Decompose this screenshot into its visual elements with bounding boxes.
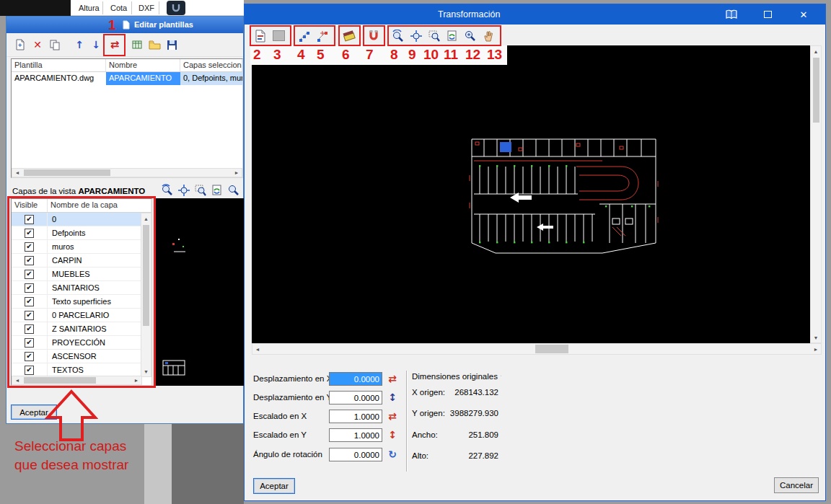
annotation-number-13: 13: [487, 47, 502, 63]
annotation-number-7: 7: [366, 47, 374, 63]
redraw-button[interactable]: [444, 27, 461, 45]
tab-altura[interactable]: Altura: [74, 0, 105, 16]
move-down-button[interactable]: ↓: [88, 37, 104, 53]
field-label: Desplazamiento en X: [253, 374, 332, 383]
group-divider: [406, 371, 408, 472]
dialog-title: Editar plantillas: [134, 20, 193, 29]
book-icon[interactable]: [724, 6, 739, 22]
preview-mini-drawing: [162, 358, 187, 377]
annotation-number-3: 3: [273, 47, 281, 63]
scroll-up-icon[interactable]: ▲: [811, 46, 821, 56]
transform-points-alt-button[interactable]: [314, 27, 331, 45]
transform-points-button[interactable]: [296, 27, 313, 45]
annotation-box-swap-button: [103, 34, 126, 56]
preview-marks: [171, 236, 193, 257]
annotation-number-2: 2: [253, 47, 261, 63]
accept-button[interactable]: Aceptar: [253, 478, 295, 494]
rotation-icon[interactable]: ↻: [386, 448, 399, 461]
scroll-left-icon[interactable]: ◄: [12, 169, 22, 177]
zoom-rotate-button[interactable]: [159, 182, 175, 198]
offset-x-input[interactable]: [329, 372, 382, 386]
rotation-angle-input[interactable]: [329, 448, 382, 461]
column-capas[interactable]: Capas seleccionad: [180, 59, 242, 71]
scroll-down-icon[interactable]: ▼: [811, 332, 821, 342]
close-button[interactable]: ✕: [796, 6, 812, 22]
templates-list-header: Plantilla Nombre Capas seleccionad: [12, 59, 242, 72]
field-label: Escalado en X: [253, 412, 307, 420]
scale-y-icon[interactable]: ↕: [386, 428, 399, 441]
scroll-thumb[interactable]: [813, 58, 819, 123]
move-up-button[interactable]: ↑: [71, 37, 87, 53]
zoom-extents-button[interactable]: [408, 27, 425, 45]
export-table-button[interactable]: [129, 37, 145, 53]
preview-zoom-toolbar: [159, 182, 242, 198]
offset-y-icon[interactable]: ↕: [386, 391, 399, 404]
offset-x-icon[interactable]: ⇄: [386, 372, 399, 385]
annotation-number-6: 6: [342, 47, 350, 63]
copy-template-button[interactable]: [47, 37, 63, 53]
dimension-value: 3988279.930: [418, 409, 498, 417]
scroll-right-icon[interactable]: ►: [811, 344, 821, 354]
template-row[interactable]: APARCAMIENTO.dwg APARCAMIENTO 0, Defpoin…: [12, 72, 242, 85]
delete-template-button[interactable]: ✕: [30, 37, 45, 53]
annotation-number-5: 5: [317, 47, 325, 63]
column-plantilla[interactable]: Plantilla: [12, 59, 106, 71]
tab-dxf[interactable]: DXF: [133, 0, 159, 16]
scroll-right-icon[interactable]: ►: [232, 169, 242, 177]
scale-x-icon[interactable]: ⇄: [386, 410, 399, 423]
zoom-window-button[interactable]: [193, 182, 208, 198]
eraser-button[interactable]: [340, 27, 358, 45]
background-panel-dark: [172, 422, 244, 504]
annotation-number-11: 11: [444, 47, 458, 63]
transformation-titlebar[interactable]: Transformación ✕: [245, 4, 825, 25]
magnet-tool-icon[interactable]: [167, 1, 185, 15]
redraw-button[interactable]: [209, 182, 225, 198]
maximize-button[interactable]: [760, 6, 775, 22]
layers-view-name: APARCAMIENTO: [78, 187, 145, 195]
scroll-thumb[interactable]: [24, 169, 110, 176]
maximize-icon: [764, 11, 772, 18]
canvas-hscrollbar[interactable]: ◄ ►: [252, 343, 822, 355]
cancel-button[interactable]: Cancelar: [774, 477, 819, 493]
new-template-button[interactable]: +: [12, 37, 28, 53]
pan-button[interactable]: [480, 27, 497, 45]
tab-separator: [159, 1, 159, 14]
template-layers: 0, Defpoints, muros: [180, 72, 242, 85]
transformation-dialog: Transformación ✕: [244, 4, 826, 501]
zoom-in-button[interactable]: [462, 27, 479, 45]
annotation-number-4: 4: [297, 47, 305, 63]
annotation-box-layers-table: [7, 196, 156, 388]
app-dark-corner: [0, 0, 71, 16]
column-nombre[interactable]: Nombre: [106, 59, 180, 71]
open-file-button[interactable]: [146, 37, 162, 53]
background-panel: [144, 422, 172, 504]
annotation-number-12: 12: [465, 47, 480, 63]
zoom-window-button[interactable]: [426, 27, 443, 45]
field-label: Desplazamiento en Y: [253, 393, 332, 402]
tab-cota[interactable]: Cota: [105, 0, 132, 16]
layers-label-text: Capas de la vista: [12, 187, 76, 195]
groupbox-line: [501, 376, 501, 377]
scroll-left-icon[interactable]: ◄: [252, 344, 263, 354]
dimensions-title: Dimensiones originales: [412, 372, 498, 381]
zoom-in-button[interactable]: [226, 182, 242, 198]
tab-separator: [102, 1, 103, 14]
import-dxf-button[interactable]: [252, 27, 269, 45]
magnet-snap-button[interactable]: [365, 27, 382, 45]
layer-preview-canvas[interactable]: [154, 198, 245, 386]
save-button[interactable]: [164, 37, 180, 53]
offset-y-input[interactable]: [329, 391, 382, 404]
field-label: Escalado en Y: [253, 430, 307, 439]
canvas-vscrollbar[interactable]: ▲ ▼: [810, 45, 822, 343]
templates-hscrollbar[interactable]: ◄ ►: [12, 168, 242, 177]
scroll-thumb[interactable]: [535, 345, 568, 353]
zoom-extents-button[interactable]: [176, 182, 192, 198]
blank-gray-button[interactable]: [270, 27, 287, 45]
annotation-text-line-2: que desea mostrar: [14, 457, 128, 473]
dialog-title: Transformación: [438, 9, 500, 19]
screen: Altura Cota DXF Editar plantillas + ✕ ↑: [0, 0, 831, 504]
scale-y-input[interactable]: [329, 428, 382, 442]
edit-templates-titlebar[interactable]: Editar plantillas: [6, 17, 243, 33]
zoom-rotate-button[interactable]: [390, 27, 407, 45]
scale-x-input[interactable]: [329, 410, 382, 423]
